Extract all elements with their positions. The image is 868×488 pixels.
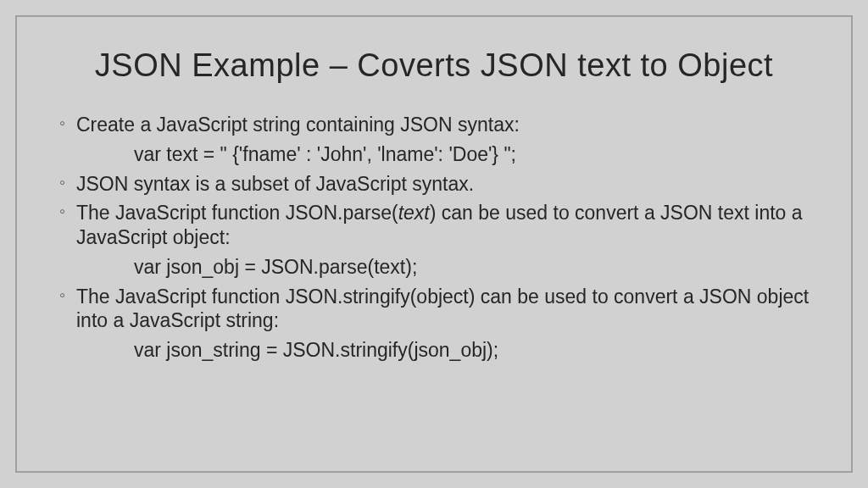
- code-line: var text = " {'fname' : 'John', 'lname':…: [58, 142, 810, 167]
- list-item: JSON syntax is a subset of JavaScript sy…: [58, 172, 810, 197]
- list-item: The JavaScript function JSON.stringify(o…: [58, 285, 810, 334]
- code-line: var json_string = JSON.stringify(json_ob…: [58, 338, 810, 363]
- slide-frame: JSON Example – Coverts JSON text to Obje…: [15, 15, 853, 473]
- code-line: var json_obj = JSON.parse(text);: [58, 255, 810, 280]
- list-item: The JavaScript function JSON.parse(text)…: [58, 201, 810, 250]
- slide-title: JSON Example – Coverts JSON text to Obje…: [58, 47, 810, 84]
- item-text-italic: text: [398, 202, 430, 224]
- item-text: The JavaScript function JSON.stringify(o…: [76, 286, 809, 332]
- item-text: Create a JavaScript string containing JS…: [76, 114, 520, 136]
- item-text-pre: The JavaScript function JSON.parse(: [76, 202, 398, 224]
- item-text: JSON syntax is a subset of JavaScript sy…: [76, 173, 474, 195]
- list-item: Create a JavaScript string containing JS…: [58, 113, 810, 137]
- slide-content: Create a JavaScript string containing JS…: [58, 113, 810, 363]
